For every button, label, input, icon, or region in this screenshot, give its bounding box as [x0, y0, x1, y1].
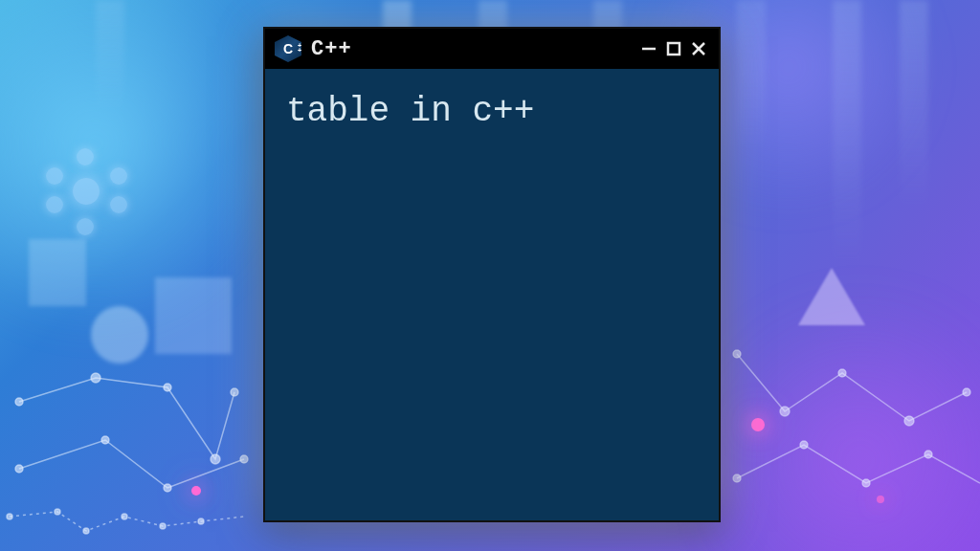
window-title: C++	[311, 37, 352, 61]
svg-point-9	[7, 514, 12, 519]
bg-glow-dot	[751, 418, 765, 431]
bg-glow-magenta	[693, 293, 980, 551]
svg-point-2	[164, 384, 171, 391]
svg-point-10	[55, 509, 60, 515]
svg-point-3	[211, 454, 220, 464]
svg-point-4	[231, 388, 238, 396]
bg-light-streak	[833, 0, 861, 268]
terminal-text: table in c++	[286, 92, 534, 131]
titlebar[interactable]: C ++ C++	[265, 29, 719, 69]
svg-point-5	[15, 465, 23, 473]
cpp-hexagon-icon: C ++	[275, 35, 301, 62]
svg-point-8	[240, 455, 248, 463]
svg-point-12	[122, 514, 127, 519]
bg-glow-dot	[191, 486, 201, 496]
molecule-icon	[38, 143, 134, 239]
window-controls	[638, 38, 709, 59]
svg-point-0	[15, 398, 23, 406]
svg-rect-25	[668, 43, 679, 55]
terminal-window: C ++ C++ table in c++	[263, 27, 721, 522]
bg-glow-dot	[877, 496, 884, 503]
svg-point-1	[91, 373, 100, 383]
bg-shape-square	[155, 277, 232, 354]
bg-light-streak	[900, 0, 928, 210]
terminal-content[interactable]: table in c++	[265, 69, 719, 154]
maximize-button[interactable]	[663, 38, 684, 59]
svg-point-14	[198, 518, 204, 524]
close-button[interactable]	[688, 38, 709, 59]
bg-shape-circle	[91, 306, 148, 364]
bg-shape-square	[29, 239, 86, 306]
svg-point-13	[160, 523, 166, 529]
bg-light-streak	[737, 0, 766, 153]
svg-point-7	[164, 484, 171, 492]
bg-light-streak	[96, 0, 124, 115]
svg-point-6	[101, 436, 109, 444]
svg-point-11	[83, 528, 89, 534]
bg-shape-triangle	[798, 268, 865, 325]
minimize-button[interactable]	[638, 38, 659, 59]
title-left: C ++ C++	[275, 35, 352, 62]
